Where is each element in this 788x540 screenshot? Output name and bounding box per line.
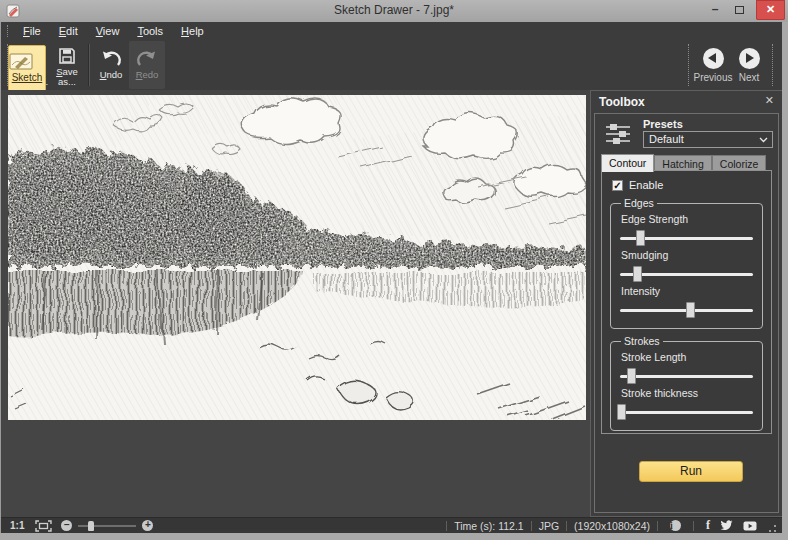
toolbox-body: Presets Default Contour Hatching Coloriz…	[594, 113, 779, 513]
redo-button[interactable]: Redo	[129, 41, 165, 89]
processing-time-label: Time (s): 112.1	[454, 520, 523, 532]
title-bar[interactable]: Sketch Drawer - 7.jpg* – ✕	[0, 0, 788, 22]
nav-separator	[688, 44, 690, 86]
slider-thumb[interactable]	[617, 404, 626, 420]
status-bar: 1:1 − + Time (s): 112.1 JPG (1920x1080x2…	[1, 517, 782, 533]
facebook-icon[interactable]: f	[706, 518, 710, 533]
edge-strength-slider[interactable]	[620, 230, 753, 246]
zoom-in-icon[interactable]: +	[142, 520, 153, 531]
toolbar: Add File(s)... Save as... Und	[1, 40, 782, 90]
floppy-disk-icon	[58, 45, 76, 67]
next-label: Next	[739, 72, 760, 83]
intensity-label: Intensity	[621, 285, 754, 297]
menu-bar: File Edit View Tools Help	[1, 22, 782, 40]
maximize-icon	[735, 6, 744, 14]
resize-grip[interactable]	[768, 524, 777, 533]
slider-thumb[interactable]	[633, 266, 642, 282]
chevron-down-icon	[759, 137, 768, 143]
canvas-area: Toolbox ✕ Presets Default Conto	[1, 90, 782, 517]
file-format-label: JPG	[539, 520, 559, 532]
minimize-button[interactable]: –	[704, 0, 726, 20]
next-icon	[739, 48, 760, 69]
tab-contour[interactable]: Contour	[601, 154, 654, 172]
menubar-grip[interactable]	[7, 25, 10, 37]
toolbox-title: Toolbox	[599, 95, 645, 109]
statusbar-separator	[566, 521, 567, 531]
stroke-length-slider[interactable]	[620, 368, 753, 384]
sketch-label: Sketch	[12, 72, 43, 83]
window-border-left	[0, 22, 1, 533]
save-as-button[interactable]: Save as...	[49, 41, 85, 89]
fit-to-screen-icon[interactable]	[35, 520, 52, 532]
save-as-label-2: as...	[58, 77, 76, 87]
zoom-slider[interactable]	[78, 520, 136, 532]
edges-group: Edges Edge Strength Smudging Intensity	[610, 197, 763, 329]
edge-strength-label: Edge Strength	[621, 213, 754, 225]
menu-file[interactable]: File	[14, 22, 50, 40]
menu-view[interactable]: View	[87, 22, 129, 40]
next-button[interactable]: Next	[731, 48, 767, 83]
twitter-icon[interactable]	[720, 520, 733, 531]
stroke-thickness-label: Stroke thickness	[621, 387, 754, 399]
sketch-icon	[9, 50, 45, 72]
menu-tools[interactable]: Tools	[128, 22, 172, 40]
smudging-slider[interactable]	[620, 266, 753, 282]
presets-icon	[603, 122, 633, 146]
toolbar-end-separator	[772, 44, 774, 86]
previous-button[interactable]: Previous	[695, 48, 731, 83]
youtube-icon[interactable]	[743, 521, 757, 531]
menu-edit[interactable]: Edit	[50, 22, 87, 40]
contour-tab-panel: ✓ Enable Edges Edge Strength Smudging	[601, 170, 772, 434]
maximize-button[interactable]	[728, 0, 750, 20]
stroke-length-label: Stroke Length	[621, 351, 754, 363]
presets-selected-value: Default	[649, 133, 684, 145]
stroke-thickness-slider[interactable]	[620, 404, 753, 420]
slider-track[interactable]	[620, 411, 753, 414]
previous-label: Previous	[694, 72, 733, 83]
menu-help[interactable]: Help	[172, 22, 213, 40]
strokes-legend: Strokes	[621, 335, 663, 347]
undo-icon	[100, 48, 122, 70]
run-button[interactable]: Run	[639, 461, 743, 482]
strokes-group: Strokes Stroke Length Stroke thickness	[610, 335, 763, 431]
statusbar-separator	[657, 521, 658, 531]
redo-label: Redo	[136, 70, 159, 80]
zoom-ratio-label: 1:1	[10, 520, 24, 531]
image-dimensions-label: (1920x1080x24)	[574, 520, 650, 532]
previous-icon	[703, 48, 724, 69]
enable-label: Enable	[629, 179, 663, 191]
presets-dropdown[interactable]: Default	[643, 131, 773, 148]
window-border-bottom[interactable]	[0, 533, 788, 540]
close-button[interactable]: ✕	[756, 0, 785, 20]
enable-row[interactable]: ✓ Enable	[612, 179, 771, 191]
smudging-label: Smudging	[621, 249, 754, 261]
statusbar-separator	[446, 521, 447, 531]
statusbar-separator	[693, 521, 694, 531]
undo-button[interactable]: Undo	[93, 41, 129, 89]
slider-thumb[interactable]	[627, 368, 636, 384]
slider-thumb[interactable]	[686, 302, 695, 318]
redo-icon	[136, 48, 158, 70]
edges-legend: Edges	[621, 197, 657, 209]
enable-checkbox[interactable]: ✓	[612, 180, 623, 191]
toolbar-separator	[88, 44, 90, 86]
presets-label: Presets	[643, 118, 683, 130]
slider-thumb[interactable]	[636, 230, 645, 246]
toolbox-close-icon[interactable]: ✕	[765, 94, 774, 107]
app-window: Sketch Drawer - 7.jpg* – ✕ File Edit Vie…	[0, 0, 788, 540]
intensity-slider[interactable]	[620, 302, 753, 318]
sketch-canvas[interactable]	[8, 95, 586, 420]
zoom-slider-thumb[interactable]	[88, 521, 94, 531]
statusbar-separator	[531, 521, 532, 531]
info-icon[interactable]: i	[670, 520, 681, 531]
undo-label: Undo	[100, 70, 123, 80]
zoom-out-icon[interactable]: −	[61, 520, 72, 531]
toolbox-panel: Toolbox ✕ Presets Default Conto	[590, 90, 783, 517]
window-border-right[interactable]	[782, 22, 788, 533]
window-title: Sketch Drawer - 7.jpg*	[0, 0, 788, 22]
slider-track[interactable]	[620, 375, 753, 378]
